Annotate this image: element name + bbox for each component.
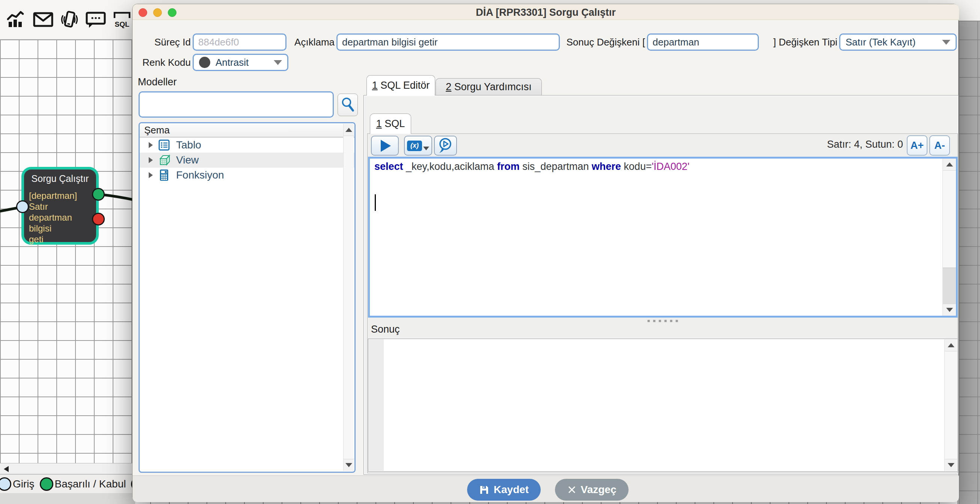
tab-sql-editor[interactable]: 1 SQL Editör <box>366 75 435 96</box>
chevron-down-icon <box>423 147 429 150</box>
degisken-tipi-select[interactable]: Satır (Tek Kayıt) <box>839 33 957 51</box>
stats-icon[interactable] <box>6 10 28 30</box>
dialog-footer: Kaydet Vazgeç <box>132 475 959 502</box>
renk-kodu-value: Antrasit <box>216 57 248 69</box>
scroll-down-icon[interactable] <box>945 459 957 471</box>
close-icon <box>567 485 576 494</box>
sql-icon[interactable]: SQL <box>111 10 133 30</box>
text-caret <box>375 194 376 211</box>
result-label: Sonuç <box>371 324 400 335</box>
surec-id-label: Süreç Id <box>148 33 191 51</box>
tree-item-label: View <box>176 154 199 166</box>
scroll-up-icon[interactable] <box>943 159 956 171</box>
legend-success-label: Başarılı / Kabul <box>55 478 126 490</box>
result-panel <box>368 339 958 472</box>
calculator-icon <box>158 169 170 181</box>
legend-success-dot <box>40 477 53 491</box>
tree-item-fonksiyon[interactable]: Fonksiyon <box>140 167 355 183</box>
chat-icon[interactable] <box>85 10 107 30</box>
degisken-tipi-value: Satır (Tek Kayıt) <box>846 37 915 48</box>
window-title: DİA [RPR3301] Sorgu Çalıştır <box>132 7 959 18</box>
bubble-play-icon <box>438 137 454 155</box>
expand-icon[interactable] <box>149 142 153 148</box>
scroll-left-icon[interactable] <box>4 466 9 472</box>
scroll-up-icon[interactable] <box>945 340 957 351</box>
degisken-tipi-label: ] Değişken Tipi <box>760 33 837 51</box>
renk-kodu-select[interactable]: Antrasit <box>192 54 288 71</box>
flow-node-sorgu-calistir[interactable]: Sorgu Çalıştır [departman] Satır departm… <box>21 167 99 245</box>
model-search-input[interactable] <box>138 91 334 118</box>
canvas-right-strip <box>959 21 980 504</box>
port-legend: Giriş Başarılı / Kabul <box>0 474 135 493</box>
cancel-button[interactable]: Vazgeç <box>555 479 628 501</box>
svg-text:SQL: SQL <box>115 20 129 28</box>
legend-input-label: Giriş <box>13 478 35 490</box>
chevron-down-icon <box>942 40 950 45</box>
tree-scrollbar[interactable] <box>343 124 354 471</box>
sonuc-degiskeni-label: Sonuç Değişkeni [ <box>561 33 645 51</box>
tree-header: Şema <box>140 123 355 137</box>
expand-icon[interactable] <box>149 157 153 163</box>
expand-icon[interactable] <box>149 172 153 178</box>
cube-icon <box>158 154 170 166</box>
chevron-down-icon <box>274 60 282 65</box>
scroll-up-icon[interactable] <box>344 124 354 136</box>
node-error-port[interactable] <box>92 213 105 225</box>
result-gutter <box>369 340 384 471</box>
search-button[interactable] <box>337 94 358 116</box>
sql-editor-tab-page: 1 SQL (x) Satır: 4, Sutun: 0 A+ A- <box>363 95 959 475</box>
sql-statement: select _key,kodu,aciklama from sis_depar… <box>374 161 689 172</box>
sonuc-degiskeni-input[interactable] <box>647 33 759 51</box>
font-decrease-button[interactable]: A- <box>929 135 950 156</box>
variable-icon: (x) <box>407 140 422 151</box>
save-icon <box>479 485 489 495</box>
run-preview-button[interactable] <box>434 136 457 156</box>
schema-tree: Şema Tablo View <box>138 122 356 473</box>
splitter-handle[interactable] <box>648 320 678 322</box>
node-input-port[interactable] <box>16 200 29 213</box>
renk-kodu-label: Renk Kodu <box>136 54 191 71</box>
sql-panel: (x) Satır: 4, Sutun: 0 A+ A- select _key… <box>367 133 958 473</box>
status-strip <box>0 493 135 504</box>
search-icon <box>340 97 355 113</box>
aciklama-label: Açıklama <box>290 33 334 51</box>
play-icon <box>381 140 391 152</box>
scroll-down-icon[interactable] <box>943 304 956 316</box>
insert-variable-button[interactable]: (x) <box>404 136 432 156</box>
mail-icon[interactable] <box>32 10 54 30</box>
result-scrollbar[interactable] <box>944 340 957 471</box>
tree-item-tablo[interactable]: Tablo <box>140 137 355 153</box>
color-swatch <box>199 57 210 68</box>
run-query-button[interactable] <box>371 136 399 156</box>
node-description: [departman] Satır departman bilgisi geti <box>29 190 96 245</box>
canvas-horizontal-scrollbar[interactable] <box>0 463 135 474</box>
sorgu-calistir-dialog: DİA [RPR3301] Sorgu Çalıştır Süreç Id Aç… <box>132 4 959 502</box>
table-icon <box>158 139 170 151</box>
save-button[interactable]: Kaydet <box>467 479 541 501</box>
scroll-down-icon[interactable] <box>344 459 354 471</box>
node-title: Sorgu Çalıştır <box>24 173 96 184</box>
tree-item-label: Tablo <box>176 139 201 151</box>
tree-item-view[interactable]: View <box>140 153 355 167</box>
tab-sql[interactable]: 1 SQL <box>370 113 411 134</box>
dialog-titlebar[interactable]: DİA [RPR3301] Sorgu Çalıştır <box>132 4 959 20</box>
editor-scrollbar[interactable] <box>942 159 956 316</box>
aciklama-input[interactable] <box>336 33 560 51</box>
cursor-position-status: Satır: 4, Sutun: 0 <box>827 139 903 150</box>
sql-code-editor[interactable]: select _key,kodu,aciklama from sis_depar… <box>368 157 958 317</box>
font-increase-button[interactable]: A+ <box>907 135 928 156</box>
tab-sorgu-yardimcisi[interactable]: 2 Sorgu Yardımcısı <box>436 78 542 96</box>
legend-input-dot <box>0 477 11 491</box>
node-success-port[interactable] <box>92 188 105 201</box>
phone-vibrate-icon[interactable] <box>59 10 80 30</box>
scrollbar-thumb[interactable] <box>943 268 956 305</box>
modeller-title: Modeller <box>138 76 177 88</box>
surec-id-input[interactable] <box>192 33 286 51</box>
tree-item-label: Fonksiyon <box>176 169 224 181</box>
